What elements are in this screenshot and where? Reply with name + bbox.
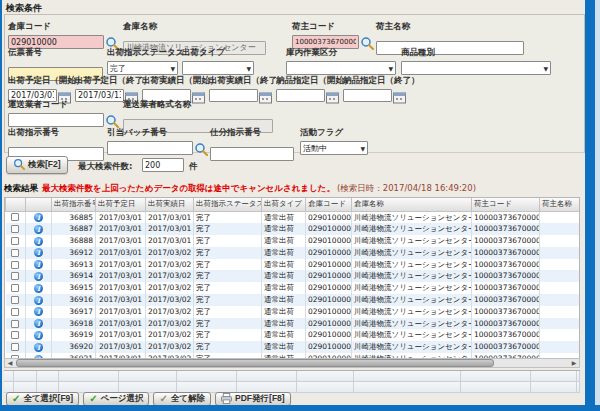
delivery-start-input[interactable]: [276, 89, 325, 102]
window-border-bottom: [2, 405, 600, 411]
row-checkbox[interactable]: [11, 343, 19, 351]
batch-lookup-icon[interactable]: [194, 141, 208, 155]
table-row[interactable]: i 36919 2017/03/01 2017/03/02 完了 通常出荷 02…: [6, 329, 581, 341]
sorting-instruction-no-label: 仕分指示番号: [210, 127, 294, 139]
ship-type-select[interactable]: ▼: [182, 61, 254, 75]
table-row[interactable]: i 36918 2017/03/01 2017/03/02 完了 通常出荷 02…: [6, 318, 581, 330]
row-checkbox[interactable]: [11, 213, 19, 221]
work-category-label: 庫内作業区分: [286, 47, 396, 59]
carrier-lookup-icon[interactable]: [105, 113, 119, 127]
table-row[interactable]: i 36916 2017/03/01 2017/03/02 完了 通常出荷 02…: [6, 294, 581, 306]
table-row[interactable]: i 36914 2017/03/01 2017/03/02 完了 通常出荷 02…: [6, 270, 581, 282]
max-count-label: 最大検索件数:: [78, 161, 132, 173]
column-header[interactable]: 荷主名称: [540, 198, 581, 211]
table-row[interactable]: i 36912 2017/03/01 2017/03/02 完了 通常出荷 02…: [6, 247, 581, 259]
warehouse-code-label: 倉庫コード: [8, 21, 119, 33]
chevron-down-icon: ▼: [360, 145, 365, 152]
column-header[interactable]: 倉庫コード: [306, 198, 352, 211]
info-icon[interactable]: i: [34, 343, 43, 352]
info-icon[interactable]: i: [34, 319, 43, 328]
ship-instruction-no-label: 出荷指示番号: [8, 127, 104, 139]
allocation-batch-no-input[interactable]: [107, 141, 193, 155]
column-header[interactable]: 荷主コード: [472, 198, 540, 211]
carrier-code-label: 運送業者コード: [8, 99, 119, 111]
row-checkbox[interactable]: [11, 272, 19, 280]
column-header[interactable]: 出荷指示ステータス: [194, 198, 262, 211]
max-count-unit: 件: [189, 161, 198, 173]
carrier-name-label: 運送業者略式名称: [123, 99, 273, 111]
column-header[interactable]: 出荷実績日: [146, 198, 194, 211]
row-checkbox[interactable]: [11, 261, 19, 269]
deselect-all-button[interactable]: ✓ 全て解除: [153, 392, 211, 406]
row-checkbox[interactable]: [11, 284, 19, 292]
ship-status-select[interactable]: 完了▼: [107, 61, 178, 75]
table-row[interactable]: i 36885 2017/03/01 2017/03/01 完了 通常出荷 02…: [6, 211, 581, 223]
scroll-left-arrow[interactable]: ◀: [5, 359, 15, 367]
row-checkbox[interactable]: [11, 225, 19, 233]
field-active-flag: 活動フラグ 活動中▼: [300, 127, 368, 155]
check-icon: ✓: [89, 394, 97, 404]
field-work-category: 庫内作業区分 ▼: [286, 47, 396, 75]
pdf-print-button[interactable]: PDF発行[F8]: [215, 392, 291, 406]
calendar-icon[interactable]: [326, 89, 339, 102]
table-row[interactable]: i 36917 2017/03/01 2017/03/02 完了 通常出荷 02…: [6, 306, 581, 318]
footer-grid: [4, 370, 580, 392]
table-row[interactable]: i 36888 2017/03/01 2017/03/01 完了 通常出荷 02…: [6, 235, 581, 247]
row-checkbox[interactable]: [11, 296, 19, 304]
search-form: 倉庫コード 倉庫名称 荷主コード 荷主名称 伝票番号 出荷: [4, 14, 585, 153]
info-icon[interactable]: i: [34, 237, 43, 246]
active-flag-select[interactable]: 活動中▼: [300, 141, 368, 155]
results-grid: 出荷指示番号出荷予定日出荷実績日出荷指示ステータス出荷タイプ倉庫コード倉庫名称荷…: [4, 197, 580, 358]
row-checkbox[interactable]: [11, 331, 19, 339]
work-category-select[interactable]: ▼: [286, 61, 396, 75]
search-bar: 検索[F2] 最大検索件数: 件: [4, 155, 585, 179]
table-row[interactable]: i 36887 2017/03/01 2017/03/01 完了 通常出荷 02…: [6, 223, 581, 235]
delivery-end-input[interactable]: [343, 89, 392, 102]
select-all-button[interactable]: ✓ 全て選択[F9]: [6, 392, 79, 406]
calendar-icon[interactable]: [393, 89, 406, 102]
row-checkbox[interactable]: [11, 237, 19, 245]
info-icon[interactable]: i: [34, 213, 43, 222]
search-icon: [13, 158, 25, 172]
results-table: 出荷指示番号出荷予定日出荷実績日出荷指示ステータス出荷タイプ倉庫コード倉庫名称荷…: [5, 198, 580, 358]
delivery-end-label: 納品指定日（終了）: [343, 75, 420, 87]
product-type-select[interactable]: ▼: [401, 61, 551, 75]
table-row[interactable]: i 36915 2017/03/01 2017/03/02 完了 通常出荷 02…: [6, 282, 581, 294]
carrier-code-input[interactable]: [8, 113, 104, 127]
column-header[interactable]: 出荷予定日: [96, 198, 146, 211]
info-icon[interactable]: i: [34, 260, 43, 269]
footer-button-bar: ✓ 全て選択[F9] ✓ ページ選択 ✓ 全て解除 PDF発行[F8]: [2, 392, 600, 406]
info-icon[interactable]: i: [34, 248, 43, 257]
horizontal-scrollbar[interactable]: ◀ ▶: [4, 358, 580, 368]
scrollbar-thumb[interactable]: [16, 359, 494, 367]
row-checkbox[interactable]: [11, 249, 19, 257]
column-header[interactable]: 出荷タイプ: [262, 198, 306, 211]
scroll-right-arrow[interactable]: ▶: [569, 359, 579, 367]
ship-plan-start-label: 出荷予定日（開始）: [8, 75, 85, 87]
table-row[interactable]: i 36920 2017/03/01 2017/03/02 完了 通常出荷 02…: [6, 341, 581, 353]
ship-plan-end-label: 出荷予定日（終了）: [75, 75, 152, 87]
slip-number-label: 伝票番号: [8, 47, 103, 59]
info-icon[interactable]: i: [34, 307, 43, 316]
column-header[interactable]: 出荷指示番号: [52, 198, 96, 211]
product-type-label: 商品種別: [401, 47, 551, 59]
app-window: 検索条件 倉庫コード 倉庫名称 荷主コード 荷主名称 伝票番号: [0, 0, 600, 411]
info-icon[interactable]: i: [34, 284, 43, 293]
ship-status-label: 出荷指示ステータス: [107, 47, 184, 59]
info-icon[interactable]: i: [34, 331, 43, 340]
info-icon[interactable]: i: [34, 272, 43, 281]
search-button[interactable]: 検索[F2]: [6, 156, 68, 174]
field-shipper-code: 荷主コード: [292, 21, 374, 49]
max-count-input[interactable]: [142, 158, 184, 172]
row-checkbox[interactable]: [11, 320, 19, 328]
table-row[interactable]: i 36913 2017/03/01 2017/03/02 完了 通常出荷 02…: [6, 259, 581, 271]
field-allocation-batch-no: 引当バッチ番号: [107, 127, 208, 155]
header-row: 出荷指示番号出荷予定日出荷実績日出荷指示ステータス出荷タイプ倉庫コード倉庫名称荷…: [6, 198, 581, 211]
field-ship-plan-start: 出荷予定日（開始）: [8, 75, 85, 102]
info-icon[interactable]: i: [34, 296, 43, 305]
column-header[interactable]: 倉庫名称: [352, 198, 472, 211]
info-icon[interactable]: i: [34, 225, 43, 234]
select-page-button[interactable]: ✓ ページ選択: [83, 392, 149, 406]
row-checkbox[interactable]: [11, 308, 19, 316]
field-delivery-start: 納品指定日（開始）: [276, 75, 353, 102]
